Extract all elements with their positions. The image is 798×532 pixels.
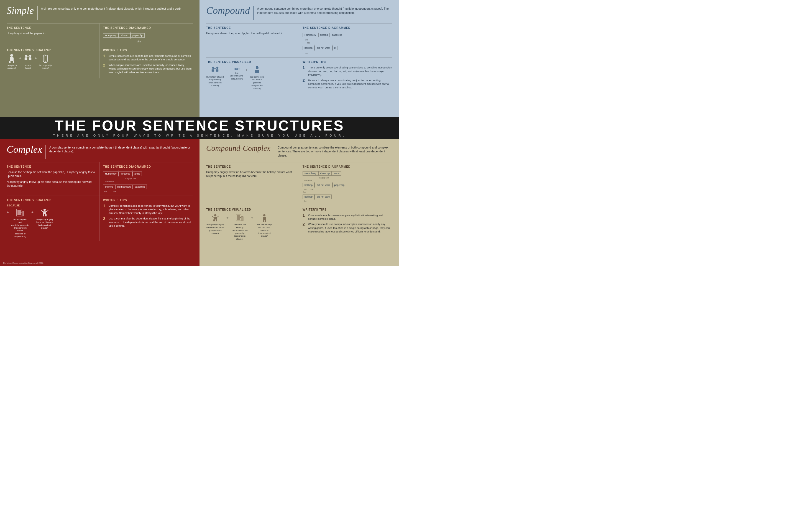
viz-but: BUT but(coordinatingconjunction)	[230, 66, 243, 80]
simple-header: Simple A simple sentence has only one co…	[7, 5, 193, 20]
compound-visualized: Humphrey sharedthe paperclip(Independent…	[206, 66, 296, 90]
svg-rect-5	[25, 57, 27, 60]
cc-diag-but: but	[303, 191, 392, 193]
viz-paperclip-label: the paperclip(object)	[39, 64, 52, 70]
svg-point-35	[240, 217, 241, 218]
simple-diagram: Humphrey shared paperclip the	[103, 32, 193, 43]
svg-point-0	[10, 54, 13, 57]
complex-tip-2: 2 Use a comma after the dependent clause…	[103, 217, 193, 228]
viz-comp-plus2: +	[246, 66, 248, 72]
bellhop-door-icon-2	[235, 213, 244, 222]
banner-title: THE FOUR SENTENCE STRUCTURES	[55, 118, 344, 133]
viz-humphrey-label: Humphrey(subject)	[7, 64, 17, 70]
complex-section: Complex A complex sentence combines a co…	[0, 139, 200, 266]
simple-tips-label: WRITER'S TIPS	[103, 49, 193, 52]
complex-header: Complex A complex sentence combines a co…	[7, 144, 193, 159]
viz-cc-plus1: +	[226, 213, 229, 220]
svg-rect-40	[265, 220, 266, 222]
svg-rect-39	[263, 220, 264, 222]
svg-line-24	[46, 210, 48, 212]
compound-complex-content-grid: THE SENTENCE Humphrey angrily threw up h…	[206, 162, 392, 243]
simple-visualized-label: THE SENTENCE VISUALIZED	[7, 49, 96, 52]
compound-desc: A compound sentence combines more than o…	[257, 7, 392, 15]
bellhop-icon	[253, 66, 262, 75]
viz-cx-humphrey: Humphrey angrilythrew up his arms(indepe…	[36, 208, 53, 230]
complex-tips-cell: WRITER'S TIPS 1 Complex sentences add go…	[100, 196, 193, 241]
center-banner: THE FOUR SENTENCE STRUCTURES THERE ARE O…	[0, 117, 399, 139]
cc-visualized-label: THE SENTENCE VISUALIZED	[206, 208, 296, 211]
svg-point-21	[43, 209, 46, 211]
because-label: BECAUSE	[7, 204, 96, 207]
complex-tip-1-text: Complex sentences add good variety to yo…	[109, 204, 193, 215]
person-icon	[7, 54, 16, 63]
simple-tips: 1 Simple sentences are good to use after…	[103, 54, 193, 74]
svg-line-29	[212, 216, 214, 217]
svg-point-19	[21, 212, 22, 213]
person-standing-icon	[260, 213, 269, 222]
complex-visualized-cell: THE SENTENCE VISUALIZED BECAUSE +	[7, 196, 100, 241]
viz-cc-ind1: Humphrey angrilythrew up his arms(indepe…	[206, 213, 224, 235]
svg-point-15	[256, 66, 259, 69]
simple-diagram-label: THE SENTENCE DIAGRAMMED	[103, 26, 193, 30]
footer-credit: TheVisualCommunicationGuy.com | 2016	[3, 262, 43, 264]
viz-comp-clause2: the bellhop didnot want it(secondindepen…	[250, 66, 264, 90]
simple-divider	[37, 6, 38, 20]
svg-rect-10	[212, 69, 214, 72]
diag-conj-the: the	[307, 41, 392, 44]
compound-content-grid: THE SENTENCE Humphrey shared the papercl…	[206, 23, 392, 94]
svg-point-27	[214, 214, 216, 216]
svg-rect-25	[43, 214, 44, 216]
viz-shared-label: shared(verb)	[25, 64, 31, 70]
cc-tip-1-text: Compound-complex sentences give sophisti…	[308, 213, 392, 221]
simple-sentence-text: Humphrey shared the paperclip.	[7, 32, 96, 36]
simple-diagram-cell: THE SENTENCE DIAGRAMMED Humphrey shared …	[100, 23, 193, 46]
cc-tip-1: 1 Compound-complex sentences give sophis…	[303, 213, 392, 221]
simple-visualized-cell: THE SENTENCE VISUALIZED Humphrey(subject…	[7, 46, 100, 78]
compound-title: Compound	[206, 5, 250, 16]
cc-visualized: Humphrey angrilythrew up his arms(indepe…	[206, 213, 296, 241]
compound-tips-label: WRITER'S TIPS	[303, 60, 392, 63]
cc-diagram-cell: THE SENTENCE DIAGRAMMED Humphrey threw u…	[299, 163, 392, 205]
sharing-icon-2	[211, 66, 220, 75]
simple-tip-2: 2 When simple sentences are used too fre…	[103, 63, 193, 74]
complex-visualized: + the bellhop did notwant the paperclip(…	[7, 208, 96, 238]
svg-line-30	[217, 216, 219, 217]
cc-diag-the3: the	[304, 200, 392, 202]
svg-rect-20	[22, 211, 23, 216]
simple-tip-1-text: Simple sentences are good to use after m…	[109, 54, 193, 61]
svg-rect-36	[241, 216, 243, 221]
compound-divider	[253, 6, 254, 20]
compound-section: Compound A compound sentence combines mo…	[200, 0, 399, 117]
diag-because: because	[105, 180, 193, 183]
complex-tip-2-text: Use a comma after the dependent clause i…	[109, 217, 193, 228]
complex-sentence-cell: THE SENTENCE Because the bellhop did not…	[7, 163, 100, 196]
complex-diagram: Humphrey threw up arms angrily his becau…	[103, 170, 193, 193]
complex-divider	[45, 145, 46, 159]
svg-point-37	[263, 214, 265, 216]
viz-cc-dep: because the bellhopdid not want thepaper…	[231, 213, 249, 241]
viz-cx-plus0: +	[7, 208, 9, 215]
svg-rect-28	[214, 217, 217, 220]
svg-point-4	[25, 55, 27, 57]
compound-tip-1: 1 There are only seven coordinating conj…	[303, 66, 392, 77]
complex-diagram-label: THE SENTENCE DIAGRAMMED	[103, 165, 193, 168]
cc-tip-2: 2 While you should use compound-complex …	[303, 222, 392, 233]
compound-diagram-cell: THE SENTENCE DIAGRAMMED Humphrey shared …	[299, 23, 392, 58]
compound-complex-header: Compound-Complex Compound-complex senten…	[206, 144, 392, 159]
simple-sentence-label: THE SENTENCE	[7, 26, 96, 30]
svg-rect-32	[216, 220, 217, 222]
cc-tips-cell: WRITER'S TIPS 1 Compound-complex sentenc…	[299, 205, 392, 243]
simple-title: Simple	[7, 5, 34, 16]
cc-diag-the2: the	[310, 188, 313, 191]
arms-up-icon	[40, 208, 49, 217]
viz-paperclip: the paperclip(object)	[39, 54, 52, 70]
viz-comp-clause1: Humphrey sharedthe paperclip(Independent…	[206, 66, 224, 87]
compound-complex-section: Compound-Complex Compound-complex senten…	[200, 139, 399, 266]
complex-tips: 1 Complex sentences add good variety to …	[103, 204, 193, 228]
compound-tip-2-text: Be sure to always use a coordinating con…	[308, 78, 392, 90]
viz-cc-dep-label: because the bellhopdid not want thepaper…	[231, 223, 249, 241]
viz-cx-bellhop: the bellhop did notwant the paperclip(in…	[11, 208, 29, 238]
complex-diagram-cell: THE SENTENCE DIAGRAMMED Humphrey threw u…	[100, 163, 193, 196]
compound-complex-divider	[274, 145, 274, 159]
svg-line-23	[41, 210, 43, 212]
